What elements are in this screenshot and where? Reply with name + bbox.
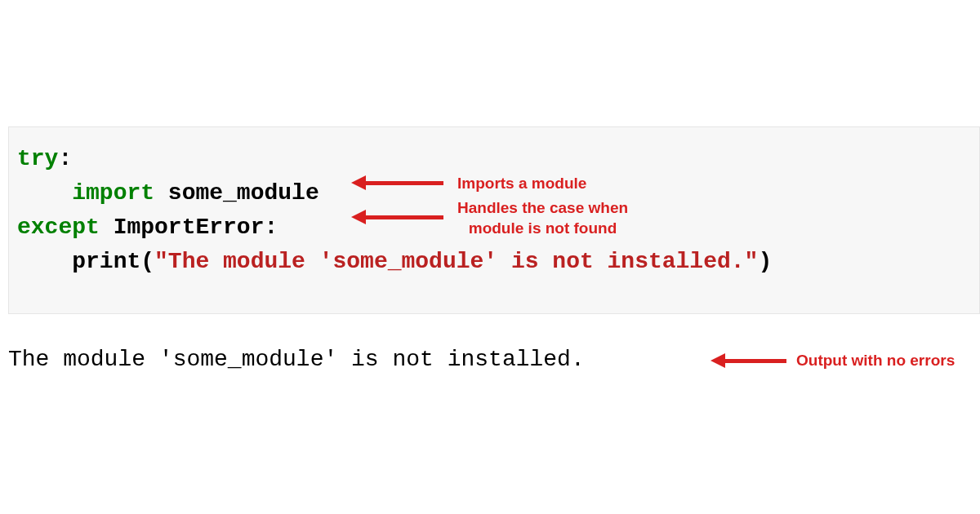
code-line-4: print("The module 'some_module' is not i… bbox=[17, 245, 971, 279]
arrow-shaft bbox=[366, 181, 443, 185]
print-call: print( bbox=[72, 249, 154, 274]
string-literal: "The module 'some_module' is not install… bbox=[154, 249, 758, 274]
code-line-1: try: bbox=[17, 142, 971, 176]
arrow-shaft bbox=[366, 215, 443, 219]
keyword-try: try bbox=[17, 146, 58, 171]
exception-name: ImportError: bbox=[100, 215, 278, 240]
annotation-imports: Imports a module bbox=[457, 174, 586, 194]
annotation-handles: Handles the case when module is not foun… bbox=[457, 198, 628, 238]
arrow-head-icon bbox=[351, 210, 366, 224]
arrow-icon bbox=[351, 175, 443, 190]
arrow-icon bbox=[351, 210, 443, 224]
keyword-import: import bbox=[72, 180, 154, 206]
keyword-except: except bbox=[17, 215, 100, 240]
arrow-icon bbox=[710, 353, 786, 368]
indent bbox=[17, 249, 72, 274]
output-text: The module 'some_module' is not installe… bbox=[8, 347, 585, 372]
annotation-output: Output with no errors bbox=[796, 351, 955, 371]
indent bbox=[17, 180, 72, 206]
arrow-head-icon bbox=[351, 175, 366, 190]
annotation-handles-line1: Handles the case when bbox=[457, 199, 628, 216]
arrow-shaft bbox=[725, 359, 786, 363]
close-paren: ) bbox=[758, 249, 772, 274]
module-name: some_module bbox=[154, 180, 319, 206]
arrow-head-icon bbox=[710, 353, 725, 368]
colon: : bbox=[58, 146, 72, 171]
annotation-handles-line2: module is not found bbox=[469, 219, 617, 237]
